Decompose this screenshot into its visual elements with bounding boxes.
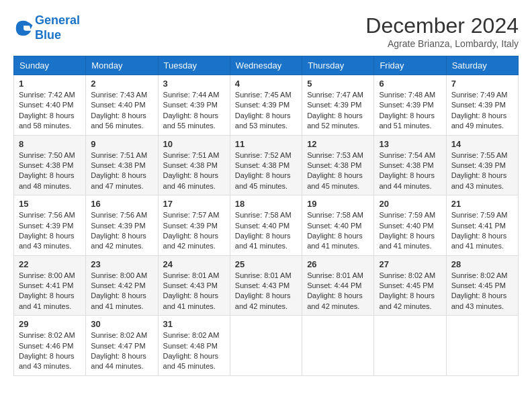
day-cell-3: 3Sunrise: 7:44 AMSunset: 4:39 PMDaylight… bbox=[158, 75, 230, 136]
cell-info: Sunrise: 7:57 AMSunset: 4:39 PMDaylight:… bbox=[163, 210, 225, 252]
cell-info: Sunrise: 8:02 AMSunset: 4:48 PMDaylight:… bbox=[163, 330, 225, 372]
day-number: 6 bbox=[379, 79, 441, 89]
day-number: 22 bbox=[19, 259, 81, 269]
day-number: 26 bbox=[307, 259, 369, 269]
day-cell-26: 26Sunrise: 8:01 AMSunset: 4:44 PMDayligh… bbox=[302, 255, 374, 316]
location: Agrate Brianza, Lombardy, Italy bbox=[365, 38, 519, 49]
day-cell-24: 24Sunrise: 8:01 AMSunset: 4:43 PMDayligh… bbox=[158, 255, 230, 316]
day-cell-29: 29Sunrise: 8:02 AMSunset: 4:46 PMDayligh… bbox=[14, 316, 86, 376]
empty-cell bbox=[374, 316, 446, 376]
cell-info: Sunrise: 7:56 AMSunset: 4:39 PMDaylight:… bbox=[91, 210, 152, 252]
day-number: 9 bbox=[91, 139, 152, 149]
cell-info: Sunrise: 7:59 AMSunset: 4:41 PMDaylight:… bbox=[451, 210, 513, 252]
cell-info: Sunrise: 8:01 AMSunset: 4:43 PMDaylight:… bbox=[235, 271, 297, 312]
day-number: 18 bbox=[235, 199, 297, 209]
col-saturday: Saturday bbox=[446, 56, 518, 75]
logo-icon bbox=[13, 18, 34, 38]
day-cell-14: 14Sunrise: 7:55 AMSunset: 4:39 PMDayligh… bbox=[446, 135, 518, 195]
empty-cell bbox=[446, 316, 518, 376]
day-number: 31 bbox=[163, 319, 225, 329]
day-number: 28 bbox=[451, 259, 513, 269]
col-friday: Friday bbox=[374, 56, 446, 75]
day-cell-12: 12Sunrise: 7:53 AMSunset: 4:38 PMDayligh… bbox=[302, 135, 374, 195]
day-number: 7 bbox=[451, 79, 513, 89]
logo: General Blue bbox=[13, 13, 80, 42]
day-cell-1: 1Sunrise: 7:42 AMSunset: 4:40 PMDaylight… bbox=[14, 75, 86, 136]
cell-info: Sunrise: 7:51 AMSunset: 4:38 PMDaylight:… bbox=[91, 150, 152, 192]
cell-info: Sunrise: 7:53 AMSunset: 4:38 PMDaylight:… bbox=[307, 150, 369, 192]
col-thursday: Thursday bbox=[302, 56, 374, 75]
day-cell-9: 9Sunrise: 7:51 AMSunset: 4:38 PMDaylight… bbox=[86, 135, 158, 195]
calendar-week-2: 8Sunrise: 7:50 AMSunset: 4:38 PMDaylight… bbox=[14, 135, 519, 195]
calendar-week-1: 1Sunrise: 7:42 AMSunset: 4:40 PMDaylight… bbox=[14, 75, 519, 136]
day-cell-21: 21Sunrise: 7:59 AMSunset: 4:41 PMDayligh… bbox=[446, 195, 518, 256]
day-cell-18: 18Sunrise: 7:58 AMSunset: 4:40 PMDayligh… bbox=[230, 195, 302, 256]
cell-info: Sunrise: 7:49 AMSunset: 4:39 PMDaylight:… bbox=[451, 90, 513, 132]
empty-cell bbox=[302, 316, 374, 376]
cell-info: Sunrise: 7:54 AMSunset: 4:38 PMDaylight:… bbox=[379, 150, 441, 192]
day-cell-4: 4Sunrise: 7:45 AMSunset: 4:39 PMDaylight… bbox=[230, 75, 302, 136]
day-cell-27: 27Sunrise: 8:02 AMSunset: 4:45 PMDayligh… bbox=[374, 255, 446, 316]
day-number: 27 bbox=[379, 259, 441, 269]
day-cell-8: 8Sunrise: 7:50 AMSunset: 4:38 PMDaylight… bbox=[14, 135, 86, 195]
page-header: General Blue December 2024 Agrate Brianz… bbox=[13, 13, 519, 49]
day-number: 8 bbox=[19, 139, 81, 149]
col-monday: Monday bbox=[86, 56, 158, 75]
day-number: 14 bbox=[451, 139, 513, 149]
day-cell-17: 17Sunrise: 7:57 AMSunset: 4:39 PMDayligh… bbox=[158, 195, 230, 256]
day-number: 5 bbox=[307, 79, 369, 89]
day-number: 3 bbox=[163, 79, 225, 89]
cell-info: Sunrise: 7:43 AMSunset: 4:40 PMDaylight:… bbox=[91, 90, 152, 132]
title-block: December 2024 Agrate Brianza, Lombardy, … bbox=[365, 13, 519, 49]
calendar-week-4: 22Sunrise: 8:00 AMSunset: 4:41 PMDayligh… bbox=[14, 255, 519, 316]
day-cell-6: 6Sunrise: 7:48 AMSunset: 4:39 PMDaylight… bbox=[374, 75, 446, 136]
day-cell-28: 28Sunrise: 8:02 AMSunset: 4:45 PMDayligh… bbox=[446, 255, 518, 316]
day-number: 11 bbox=[235, 139, 297, 149]
header-row: Sunday Monday Tuesday Wednesday Thursday… bbox=[14, 56, 519, 75]
cell-info: Sunrise: 7:42 AMSunset: 4:40 PMDaylight:… bbox=[19, 90, 81, 132]
cell-info: Sunrise: 8:01 AMSunset: 4:44 PMDaylight:… bbox=[307, 271, 369, 312]
day-cell-16: 16Sunrise: 7:56 AMSunset: 4:39 PMDayligh… bbox=[86, 195, 158, 256]
day-number: 19 bbox=[307, 199, 369, 209]
cell-info: Sunrise: 8:02 AMSunset: 4:47 PMDaylight:… bbox=[91, 330, 152, 372]
day-number: 13 bbox=[379, 139, 441, 149]
col-wednesday: Wednesday bbox=[230, 56, 302, 75]
cell-info: Sunrise: 7:55 AMSunset: 4:39 PMDaylight:… bbox=[451, 150, 513, 192]
day-number: 15 bbox=[19, 199, 81, 209]
day-number: 2 bbox=[91, 79, 152, 89]
cell-info: Sunrise: 8:02 AMSunset: 4:45 PMDaylight:… bbox=[379, 271, 441, 312]
cell-info: Sunrise: 8:00 AMSunset: 4:41 PMDaylight:… bbox=[19, 271, 81, 312]
col-tuesday: Tuesday bbox=[158, 56, 230, 75]
day-cell-25: 25Sunrise: 8:01 AMSunset: 4:43 PMDayligh… bbox=[230, 255, 302, 316]
day-number: 23 bbox=[91, 259, 152, 269]
cell-info: Sunrise: 7:58 AMSunset: 4:40 PMDaylight:… bbox=[307, 210, 369, 252]
cell-info: Sunrise: 7:52 AMSunset: 4:38 PMDaylight:… bbox=[235, 150, 297, 192]
day-cell-23: 23Sunrise: 8:00 AMSunset: 4:42 PMDayligh… bbox=[86, 255, 158, 316]
cell-info: Sunrise: 7:47 AMSunset: 4:39 PMDaylight:… bbox=[307, 90, 369, 132]
calendar-table: Sunday Monday Tuesday Wednesday Thursday… bbox=[13, 56, 519, 376]
cell-info: Sunrise: 7:59 AMSunset: 4:40 PMDaylight:… bbox=[379, 210, 441, 252]
day-number: 30 bbox=[91, 319, 152, 329]
cell-info: Sunrise: 7:48 AMSunset: 4:39 PMDaylight:… bbox=[379, 90, 441, 132]
cell-info: Sunrise: 7:58 AMSunset: 4:40 PMDaylight:… bbox=[235, 210, 297, 252]
cell-info: Sunrise: 7:44 AMSunset: 4:39 PMDaylight:… bbox=[163, 90, 225, 132]
cell-info: Sunrise: 8:01 AMSunset: 4:43 PMDaylight:… bbox=[163, 271, 225, 312]
logo-text: General Blue bbox=[35, 13, 80, 42]
cell-info: Sunrise: 8:00 AMSunset: 4:42 PMDaylight:… bbox=[91, 271, 152, 312]
month-title: December 2024 bbox=[365, 13, 519, 38]
day-number: 12 bbox=[307, 139, 369, 149]
cell-info: Sunrise: 8:02 AMSunset: 4:45 PMDaylight:… bbox=[451, 271, 513, 312]
day-cell-10: 10Sunrise: 7:51 AMSunset: 4:38 PMDayligh… bbox=[158, 135, 230, 195]
day-cell-7: 7Sunrise: 7:49 AMSunset: 4:39 PMDaylight… bbox=[446, 75, 518, 136]
calendar-week-3: 15Sunrise: 7:56 AMSunset: 4:39 PMDayligh… bbox=[14, 195, 519, 256]
day-cell-22: 22Sunrise: 8:00 AMSunset: 4:41 PMDayligh… bbox=[14, 255, 86, 316]
day-number: 10 bbox=[163, 139, 225, 149]
cell-info: Sunrise: 7:56 AMSunset: 4:39 PMDaylight:… bbox=[19, 210, 81, 252]
day-number: 4 bbox=[235, 79, 297, 89]
day-cell-30: 30Sunrise: 8:02 AMSunset: 4:47 PMDayligh… bbox=[86, 316, 158, 376]
day-number: 1 bbox=[19, 79, 81, 89]
day-number: 24 bbox=[163, 259, 225, 269]
day-number: 25 bbox=[235, 259, 297, 269]
day-number: 29 bbox=[19, 319, 81, 329]
day-cell-20: 20Sunrise: 7:59 AMSunset: 4:40 PMDayligh… bbox=[374, 195, 446, 256]
